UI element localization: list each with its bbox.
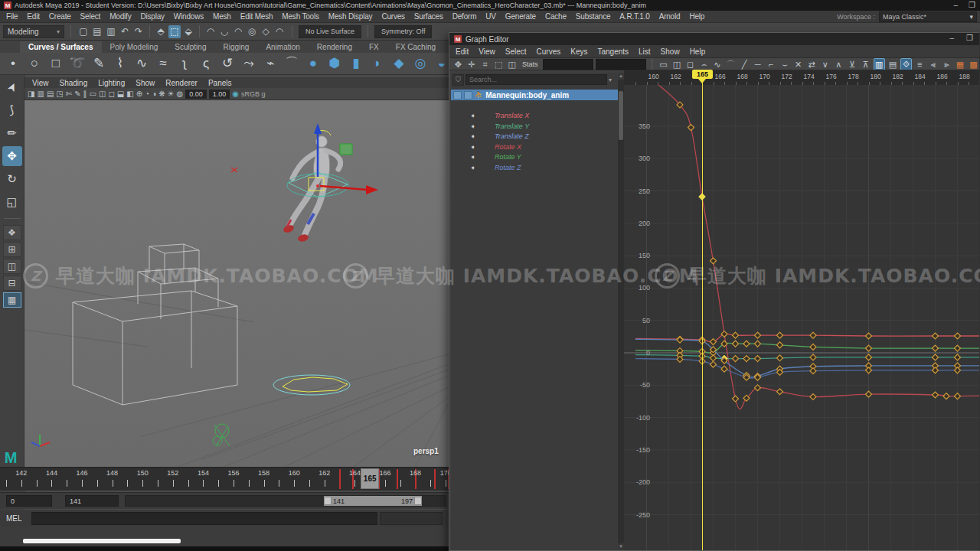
layout-single-pane[interactable]: ❖ [3, 225, 21, 240]
keyframe[interactable] [955, 354, 961, 360]
undo-icon[interactable]: ↶ [119, 25, 131, 38]
panel-menu-view[interactable]: View [32, 79, 49, 87]
time-slider[interactable]: 1421441461481501521541561581601621641661… [0, 467, 449, 491]
workspace-dropdown[interactable]: Maya Classic* ▾ [879, 11, 977, 22]
layout-two-pane-side[interactable]: ◫ [3, 259, 21, 274]
ground-control-curve[interactable] [273, 375, 350, 395]
snap-projected-center-icon[interactable]: ◎ [246, 25, 258, 38]
lattice-deform-keys-icon[interactable]: ⌗ [479, 59, 491, 70]
menu-uv[interactable]: UV [485, 12, 496, 21]
viewport-toolbar-icon-12[interactable]: ⊕ [136, 90, 142, 98]
viewport-toolbar-icon-4[interactable]: ✄ [66, 90, 72, 98]
keyframe[interactable] [955, 367, 961, 373]
nurbs-square-icon[interactable]: □ [47, 54, 64, 73]
revolve-icon[interactable]: ◒ [433, 54, 450, 73]
auto-tangent-icon[interactable]: ⌢ [698, 59, 710, 70]
graph-menu-select[interactable]: Select [505, 47, 527, 56]
plane-handle-icon[interactable] [340, 144, 352, 155]
shelf-tab-curves-surfaces[interactable]: Curves / Surfaces [20, 41, 102, 53]
anim-curve-translate-x[interactable] [635, 334, 980, 342]
bezier-curve-icon[interactable]: ∿ [133, 54, 150, 73]
keyframe[interactable] [810, 368, 816, 374]
menu-edit-mesh[interactable]: Edit Mesh [240, 12, 273, 21]
menu-set-dropdown[interactable]: Modeling ▾ [3, 25, 64, 38]
channel-row-rotate-y[interactable]: ➧Rotate Y [451, 152, 618, 162]
insert-keys-tool-icon[interactable]: ✛ [466, 59, 478, 70]
viewport-toolbar-icon-0[interactable]: ◨ [28, 90, 34, 98]
display-toggle-icon[interactable] [464, 91, 472, 99]
keyframe[interactable] [743, 341, 750, 347]
chevron-down-icon[interactable]: ▾ [609, 77, 616, 83]
shelf-tab-sculpting[interactable]: Sculpting [166, 41, 214, 53]
shelf-tab-fx[interactable]: FX [361, 41, 387, 53]
shelf-tab-poly-modeling[interactable]: Poly Modeling [102, 41, 167, 53]
anim-curve-translate-y[interactable] [635, 343, 980, 353]
keyframe[interactable] [710, 258, 717, 264]
pencil-curve-icon[interactable]: ✎ [90, 54, 107, 73]
graph-menu-edit[interactable]: Edit [456, 47, 469, 56]
menu-create[interactable]: Create [49, 12, 71, 21]
viewport-toolbar-icon-17[interactable]: ◍ [177, 90, 184, 98]
panel-menu-show[interactable]: Show [136, 79, 155, 87]
exposure-field[interactable]: 0.00 [185, 90, 207, 99]
menu-help[interactable]: Help [689, 12, 704, 21]
menu-windows[interactable]: Windows [174, 12, 204, 21]
viewport-toolbar-icon-2[interactable]: ▤ [47, 90, 54, 98]
keyframe[interactable] [777, 355, 783, 361]
scale-tool[interactable]: ◱ [2, 192, 22, 212]
anim-curve-rotate-x[interactable] [658, 85, 980, 409]
live-surface-field[interactable]: No Live Surface [299, 25, 361, 38]
viewport-toolbar-icon-7[interactable]: ▭ [90, 90, 96, 98]
keyframe[interactable] [933, 354, 939, 360]
graph-menu-show[interactable]: Show [661, 47, 680, 56]
graph-menu-tangents[interactable]: Tangents [597, 47, 629, 56]
menu-edit[interactable]: Edit [27, 12, 39, 21]
anim-curve-rotate-z[interactable] [635, 359, 980, 379]
keyframe[interactable] [733, 396, 739, 402]
absolute-view-icon[interactable]: ⟐ [900, 58, 912, 70]
open-dope-sheet-icon[interactable]: ▦ [955, 59, 966, 70]
menu-deform[interactable]: Deform [452, 12, 477, 21]
viewport-toolbar-icon-14[interactable]: ◑ [152, 90, 156, 98]
panel-menu-panels[interactable]: Panels [208, 79, 232, 87]
viewport-toolbar-icon-9[interactable]: ◻ [109, 90, 115, 98]
panel-menu-lighting[interactable]: Lighting [98, 79, 125, 87]
layout-two-pane-stacked[interactable]: ⊟ [3, 276, 21, 291]
channel-row-rotate-x[interactable]: ➧Rotate X [451, 142, 618, 152]
layout-four-pane[interactable]: ⊞ [3, 242, 21, 257]
range-start-handle[interactable] [324, 497, 332, 505]
nurbs-torus-icon[interactable]: ◎ [412, 54, 429, 73]
layout-outliner-persp[interactable]: ▦ [3, 292, 21, 308]
current-frame-box[interactable]: 165 [361, 468, 379, 489]
maximize-button[interactable]: ❐ [969, 1, 975, 9]
menu-modify[interactable]: Modify [109, 12, 131, 21]
select-component-icon[interactable]: ⬙ [182, 25, 194, 38]
minimize-button[interactable]: – [949, 34, 954, 42]
post-infinity-icon[interactable]: ⪢ [941, 59, 952, 70]
break-tangents-icon[interactable]: ∨ [819, 59, 831, 70]
graph-menu-view[interactable]: View [479, 47, 495, 56]
outliner-node-selected[interactable]: ⛹ Mannequin:body_anim [451, 90, 618, 100]
menu-substance[interactable]: Substance [576, 12, 610, 21]
graph-menu-curves[interactable]: Curves [537, 47, 561, 56]
clamped-tangent-icon[interactable]: ⌒ [725, 59, 737, 70]
keyframe[interactable] [866, 367, 872, 373]
menu-a-r-t-1-0[interactable]: A.R.T.1.0 [619, 12, 649, 21]
keyframe[interactable] [677, 357, 683, 363]
lasso-select-tool[interactable]: ⟆ [2, 100, 22, 120]
viewport-toolbar-icon-3[interactable]: ◳ [56, 90, 63, 98]
ep-curve-icon[interactable]: ⌇ [112, 54, 129, 73]
stacked-view-icon[interactable]: ≡ [914, 59, 926, 70]
keyframe[interactable] [866, 345, 872, 351]
expand-toggle-icon[interactable] [453, 91, 462, 99]
range-groove[interactable]: 141 197 [125, 495, 446, 507]
panel-menu-renderer[interactable]: Renderer [165, 79, 198, 87]
keyframe[interactable] [777, 332, 783, 338]
mel-label[interactable]: MEL [6, 514, 29, 523]
redo-icon[interactable]: ↷ [132, 25, 145, 38]
menu-cache[interactable]: Cache [545, 12, 567, 21]
scroll-up-icon[interactable]: ▲ [618, 73, 624, 80]
keyframe[interactable] [943, 393, 949, 399]
keyframe[interactable] [866, 354, 872, 360]
menu-mesh-display[interactable]: Mesh Display [328, 12, 373, 21]
